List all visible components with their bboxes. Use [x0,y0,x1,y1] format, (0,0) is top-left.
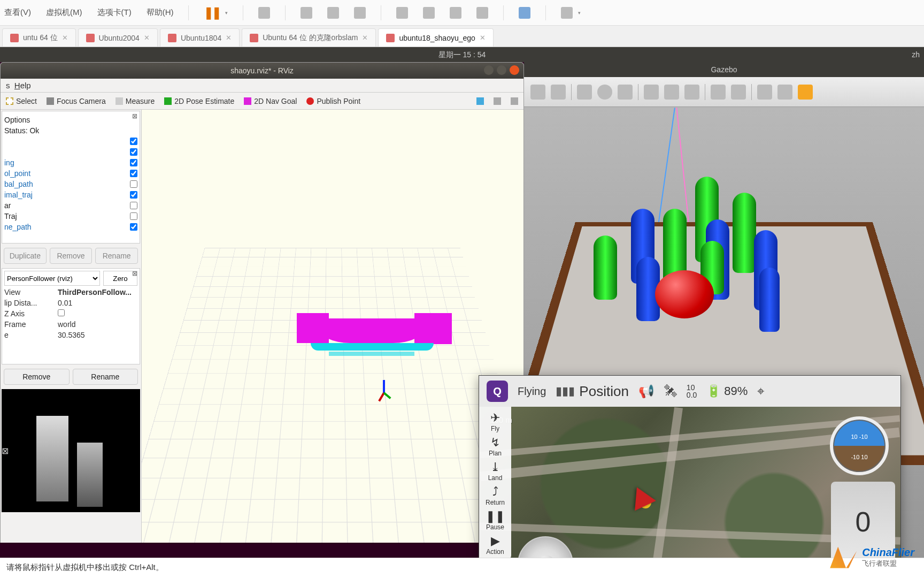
light-dir-icon[interactable] [684,85,699,100]
display-row[interactable]: ing [4,157,137,168]
remove-button[interactable]: Remove [50,248,93,264]
display-checkbox[interactable] [130,191,137,199]
cylinder-icon[interactable] [618,85,633,100]
layout1-icon[interactable] [396,7,408,19]
locate-icon[interactable]: ⌖ [757,384,765,399]
flight-mode[interactable]: Flying [518,385,546,398]
prop-value[interactable] [58,309,137,320]
tool-focus-camera[interactable]: Focus Camera [47,97,106,105]
terminal-strip[interactable] [0,543,524,558]
clock-icon[interactable] [301,7,312,19]
megaphone-icon[interactable]: 📢 [638,384,654,399]
fly-button[interactable]: ✈Fly [482,411,509,432]
unity-icon[interactable] [476,7,488,19]
vm-tab[interactable]: Ubuntu 64 位 的克隆orbslam✕ [242,28,376,47]
display-checkbox[interactable] [130,212,137,220]
display-row[interactable]: bal_path [4,179,137,189]
tool-2d-pose[interactable]: 2D Pose Estimate [164,97,234,105]
tool-2d-nav-goal[interactable]: 2D Nav Goal [244,97,297,105]
display-row[interactable]: ne_path [4,222,137,232]
satellite-icon[interactable]: 🛰 [664,384,677,399]
rviz-3d-view[interactable] [142,110,523,567]
record-icon[interactable] [798,85,813,100]
rename-button[interactable]: Rename [73,369,138,385]
clock3-icon[interactable] [354,7,366,19]
menu-panels[interactable]: s Help [6,81,31,90]
display-checkbox[interactable] [130,180,137,188]
duplicate-button[interactable]: Duplicate [4,248,47,264]
light-spot-icon[interactable] [664,85,679,100]
light-point-icon[interactable] [644,85,659,100]
gazebo-titlebar[interactable]: Gazebo [524,62,924,77]
pause-icon[interactable]: ❚❚ [204,6,220,20]
close-icon[interactable]: ✕ [144,34,150,42]
panel-close-icon[interactable]: ⊠ [132,270,137,277]
menu-view[interactable]: 查看(V) [4,7,31,18]
pause-dropdown-icon[interactable]: ▾ [225,10,228,16]
panel-close-icon[interactable]: ⊠ [2,446,9,456]
close-icon[interactable]: ✕ [480,34,486,42]
display-row[interactable] [4,147,137,157]
tool-measure[interactable]: Measure [116,97,155,105]
menu-vm[interactable]: 虚拟机(M) [46,7,82,18]
prop-value[interactable]: ThirdPersonFollow... [58,288,137,299]
minimize-icon[interactable] [484,65,494,75]
panel-close-icon[interactable]: ⊠ [132,112,137,120]
layout2-icon[interactable] [423,7,435,19]
display-row[interactable] [4,136,137,147]
tile-icon[interactable] [519,7,530,19]
vm-tab-active[interactable]: ubuntu18_shaoyu_ego✕ [378,28,493,47]
remove-button[interactable]: Remove [4,369,70,385]
display-checkbox[interactable] [130,223,137,231]
close-icon[interactable]: ✕ [226,34,232,42]
tool-publish-point[interactable]: Publish Point [306,97,360,105]
display-checkbox[interactable] [130,138,137,145]
gear-icon[interactable] [511,97,518,105]
redo-icon[interactable] [551,85,566,100]
align-icon[interactable] [757,85,772,100]
display-checkbox[interactable] [130,202,137,209]
sphere-icon[interactable] [597,85,612,100]
prop-value[interactable]: world [58,320,137,331]
plus-icon[interactable] [476,97,484,105]
display-row[interactable]: Traj [4,211,137,222]
box-icon[interactable] [577,85,592,100]
display-checkbox[interactable] [130,170,137,177]
minus-icon[interactable] [494,97,501,105]
maximize-icon[interactable] [497,65,506,75]
clock2-icon[interactable] [327,7,339,19]
prop-value[interactable]: 30.5365 [58,331,137,341]
drone-marker[interactable] [635,487,657,512]
close-icon[interactable]: ✕ [362,34,368,42]
display-checkbox[interactable] [130,148,137,156]
view-type-select[interactable]: PersonFollower (rviz) [4,271,100,286]
pause-button[interactable]: ❚❚Pause [482,509,509,531]
display-row[interactable]: ar [4,200,137,211]
return-button[interactable]: ⤴Return [482,485,509,506]
land-button[interactable]: ⤓Land [482,460,509,482]
menu-help[interactable]: 帮助(H) [147,7,174,18]
action-button[interactable]: ▶Action [482,534,509,556]
vm-tab[interactable]: untu 64 位✕ [2,28,76,47]
plan-button[interactable]: ↯Plan [482,436,509,457]
zaxis-checkbox[interactable] [58,309,65,316]
rename-button[interactable]: Rename [95,248,138,264]
vm-tab[interactable]: Ubuntu2004✕ [78,28,158,47]
position-mode[interactable]: ▮▮▮ Position [556,383,629,400]
expand-icon[interactable] [561,7,573,19]
paste-icon[interactable] [731,85,746,100]
menu-tabs[interactable]: 选项卡(T) [97,7,132,18]
close-icon[interactable] [510,65,519,75]
qgc-logo-icon[interactable]: Q [487,381,508,402]
rviz-titlebar[interactable]: shaoyu.rviz* - RViz [1,63,523,79]
fullscreen-icon[interactable] [450,7,461,19]
display-row[interactable]: imal_traj [4,189,137,200]
display-checkbox[interactable] [130,159,137,166]
tool-select[interactable]: Select [6,97,37,105]
undo-icon[interactable] [530,85,545,100]
vm-tab[interactable]: Ubuntu1804✕ [160,28,240,47]
snap-icon[interactable] [777,85,792,100]
battery[interactable]: 🔋 89% [706,384,748,398]
snapshot-icon[interactable] [258,7,270,19]
prop-value[interactable]: 0.01 [58,299,137,309]
